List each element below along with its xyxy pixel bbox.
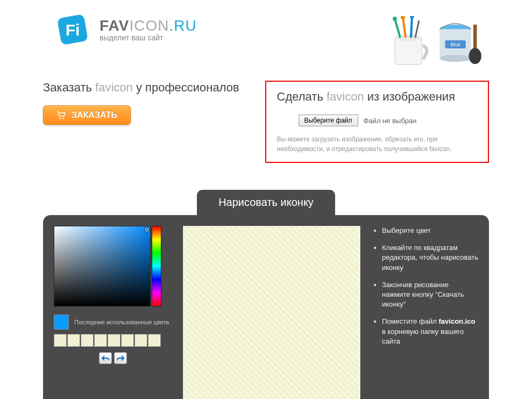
undo-button[interactable]: [99, 352, 112, 364]
instruction-item: Выберите цвет: [382, 226, 478, 236]
redo-button[interactable]: [114, 352, 127, 364]
recent-swatch[interactable]: [108, 334, 120, 347]
instruction-item: Поместите файл favicon.ico в корневую па…: [382, 317, 478, 346]
hue-slider[interactable]: [152, 226, 161, 307]
svg-point-18: [60, 118, 61, 119]
recent-colors-label: Последние использованные цвета: [74, 318, 169, 326]
recent-swatch[interactable]: [121, 334, 134, 347]
recent-swatch[interactable]: [134, 334, 147, 347]
svg-point-8: [393, 17, 397, 21]
favicon-logo-icon: Fi: [54, 11, 91, 48]
recent-swatch[interactable]: [81, 334, 94, 347]
upload-title: Сделать favicon из изображения: [277, 90, 478, 104]
instruction-item: Кликайте по квадратам редактора, чтобы н…: [382, 243, 478, 273]
recent-swatch[interactable]: [148, 334, 161, 347]
order-title: Заказать favicon у профессионалов: [43, 81, 244, 95]
brand-name: FAVICON.RU: [100, 17, 197, 34]
brushes-cup-icon: [384, 16, 432, 70]
recent-colors: [54, 334, 172, 347]
svg-rect-16: [473, 25, 477, 52]
upload-hint: Вы можете загрузить изображение, обрезат…: [277, 134, 478, 154]
svg-point-10: [410, 16, 414, 18]
paint-can-icon: Blue: [435, 11, 489, 70]
instruction-item: Закончив рисование нажмите кнопку "Скача…: [382, 280, 478, 310]
svg-line-5: [403, 17, 406, 38]
recent-swatch[interactable]: [94, 334, 107, 347]
svg-line-4: [395, 19, 400, 38]
tagline: выделит ваш сайт: [100, 33, 197, 42]
pixel-canvas[interactable]: [183, 226, 360, 399]
redo-icon: [117, 355, 124, 361]
icon-editor: Последние использованные цвета Выберите …: [43, 215, 489, 399]
order-section: Заказать favicon у профессионалов ЗАКАЗА…: [43, 81, 244, 163]
svg-line-6: [411, 16, 412, 38]
header: Fi FAVICON.RU выделит ваш сайт B: [0, 0, 532, 75]
upload-section: Сделать favicon из изображения Выберите …: [265, 81, 490, 163]
current-color-swatch[interactable]: [54, 315, 69, 330]
file-status: Файл не выбран: [364, 117, 417, 125]
order-button[interactable]: ЗАКАЗАТЬ: [43, 105, 131, 125]
editor-title: Нарисовать иконку: [197, 190, 335, 215]
logo[interactable]: Fi FAVICON.RU выделит ваш сайт: [54, 11, 197, 48]
svg-point-9: [401, 16, 405, 19]
cart-icon: [56, 111, 66, 119]
svg-point-13: [439, 55, 471, 62]
svg-line-7: [415, 20, 419, 38]
decorative-art: Blue: [384, 11, 489, 70]
svg-point-17: [469, 48, 481, 64]
undo-icon: [102, 355, 109, 361]
instructions-panel: Выберите цветКликайте по квадратам редак…: [371, 226, 478, 399]
recent-swatch[interactable]: [54, 334, 67, 347]
svg-text:Fi: Fi: [66, 21, 80, 39]
svg-rect-2: [395, 38, 422, 65]
saturation-value-box[interactable]: [54, 226, 151, 307]
svg-text:Blue: Blue: [450, 42, 460, 47]
choose-file-button[interactable]: Выберите файл: [299, 115, 358, 126]
recent-swatch[interactable]: [67, 334, 80, 347]
svg-point-19: [63, 118, 65, 119]
color-picker[interactable]: [54, 226, 161, 307]
